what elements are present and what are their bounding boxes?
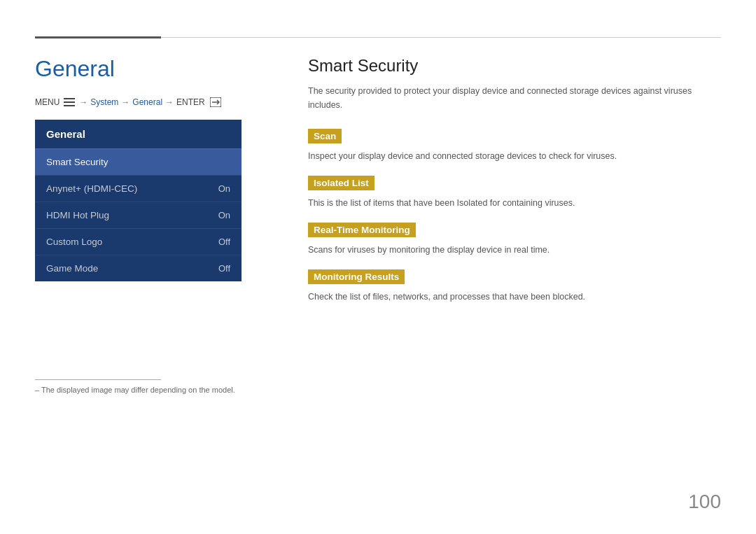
top-line-left xyxy=(35,36,161,38)
nav-item-anynet[interactable]: Anynet+ (HDMI-CEC) On xyxy=(35,175,241,202)
subsection-text-realtime-monitoring: Scans for viruses by monitoring the disp… xyxy=(308,243,721,257)
nav-item-label: Game Mode xyxy=(46,263,98,274)
subsection-heading-isolated-list: Isolated List xyxy=(308,176,374,190)
subsection-isolated-list: Isolated List This is the list of items … xyxy=(308,176,721,210)
nav-item-game-mode[interactable]: Game Mode Off xyxy=(35,255,241,281)
section-title: Smart Security xyxy=(308,56,721,76)
nav-item-label: HDMI Hot Plug xyxy=(46,210,109,220)
section-intro: The security provided to protect your di… xyxy=(308,84,721,112)
footer-line xyxy=(35,379,161,380)
nav-item-label: Custom Logo xyxy=(46,237,102,247)
subsection-heading-monitoring-results: Monitoring Results xyxy=(308,269,405,284)
nav-header: General xyxy=(35,120,241,148)
nav-item-label: Smart Security xyxy=(46,157,108,167)
left-column: General MENU → System → General → ENTER … xyxy=(35,56,245,281)
nav-item-smart-security[interactable]: Smart Security xyxy=(35,148,241,175)
right-column: Smart Security The security provided to … xyxy=(308,56,721,316)
subsection-text-isolated-list: This is the list of items that have been… xyxy=(308,196,721,210)
subsection-text-monitoring-results: Check the list of files, networks, and p… xyxy=(308,290,721,304)
footer-text: – The displayed image may differ dependi… xyxy=(35,386,235,394)
top-decoration xyxy=(35,36,721,38)
nav-item-value: Off xyxy=(218,263,230,274)
subsection-scan: Scan Inspect your display device and con… xyxy=(308,129,721,163)
menu-icon xyxy=(64,98,75,106)
top-line-right xyxy=(161,37,721,38)
breadcrumb-arrow1: → xyxy=(79,97,88,107)
subsection-realtime-monitoring: Real-Time Monitoring Scans for viruses b… xyxy=(308,223,721,257)
breadcrumb-enter: ENTER xyxy=(176,97,205,107)
subsection-heading-realtime-monitoring: Real-Time Monitoring xyxy=(308,223,416,237)
breadcrumb-menu: MENU xyxy=(35,97,59,107)
nav-item-value: On xyxy=(218,183,230,194)
subsection-monitoring-results: Monitoring Results Check the list of fil… xyxy=(308,269,721,304)
breadcrumb: MENU → System → General → ENTER xyxy=(35,97,245,107)
nav-menu: General Smart Security Anynet+ (HDMI-CEC… xyxy=(35,120,241,281)
subsection-heading-scan: Scan xyxy=(308,129,342,143)
breadcrumb-arrow2: → xyxy=(121,97,130,107)
breadcrumb-arrow3: → xyxy=(165,97,174,107)
subsection-text-scan: Inspect your display device and connecte… xyxy=(308,149,721,163)
nav-item-hdmi-hot-plug[interactable]: HDMI Hot Plug On xyxy=(35,202,241,228)
page-title: General xyxy=(35,56,245,82)
enter-icon xyxy=(210,97,221,107)
nav-item-value: On xyxy=(218,210,230,220)
breadcrumb-system: System xyxy=(90,97,118,107)
nav-item-label: Anynet+ (HDMI-CEC) xyxy=(46,183,137,194)
page-number: 100 xyxy=(688,491,721,513)
breadcrumb-general: General xyxy=(132,97,162,107)
nav-item-value: Off xyxy=(218,237,230,247)
footer-note: – The displayed image may differ dependi… xyxy=(35,379,235,394)
nav-item-custom-logo[interactable]: Custom Logo Off xyxy=(35,228,241,255)
